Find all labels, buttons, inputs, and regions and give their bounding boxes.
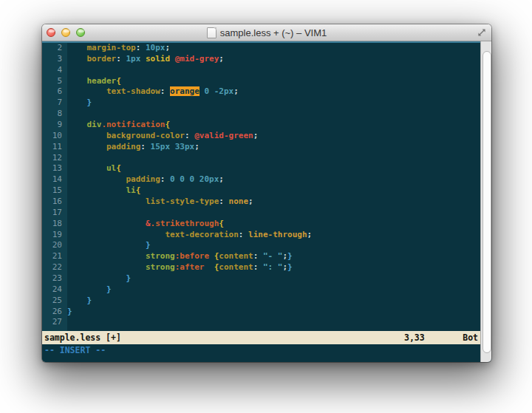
line-number: 27 [42, 317, 67, 328]
code-line[interactable]: 10 background-color: @valid-green; [42, 131, 480, 142]
code-text: background-color: @valid-green; [67, 131, 480, 142]
document-icon [207, 27, 216, 38]
code-line[interactable]: 11 padding: 15px 33px; [42, 142, 480, 153]
code-line[interactable]: 21 strong:before {content: "- ";} [42, 251, 480, 262]
close-button[interactable] [47, 28, 55, 37]
code-line[interactable]: 17 [42, 208, 480, 219]
code-line[interactable]: 27 [42, 317, 480, 328]
code-line[interactable]: 24 } [42, 284, 480, 296]
code-text: header{ [67, 76, 480, 87]
code-text: text-decoration: line-through; [67, 230, 480, 241]
window-controls [47, 24, 85, 41]
code-line[interactable]: 26} [42, 307, 480, 318]
code-text: strong:before {content: "- ";} [67, 251, 480, 262]
code-line[interactable]: 8 [42, 109, 480, 120]
code-text [67, 153, 480, 164]
code-text: border: 1px solid @mid-grey; [67, 54, 480, 65]
line-number: 4 [42, 65, 67, 76]
code-text: } [67, 284, 480, 296]
line-number: 8 [42, 109, 67, 120]
code-text [67, 317, 480, 328]
line-number: 22 [42, 262, 67, 273]
code-line[interactable]: 16 list-style-type: none; [42, 197, 480, 208]
code-line[interactable]: 14 padding: 0 0 0 20px; [42, 174, 480, 185]
desktop: sample.less + (~) – VIM1 2 margin-top: 1… [0, 0, 532, 413]
line-number: 21 [42, 251, 67, 262]
vim-window: sample.less + (~) – VIM1 2 margin-top: 1… [42, 24, 491, 362]
title-group: sample.less + (~) – VIM1 [207, 27, 327, 38]
line-number: 20 [42, 240, 67, 251]
status-position: Bot [463, 331, 478, 344]
code-line[interactable]: 20 } [42, 240, 480, 251]
line-number: 7 [42, 98, 67, 109]
code-text: } [67, 296, 480, 307]
code-line[interactable]: 15 li{ [42, 185, 480, 197]
code-text: padding: 0 0 0 20px; [67, 174, 480, 185]
code-text: div.notification{ [67, 120, 480, 131]
code-line[interactable]: 7 } [42, 98, 480, 109]
code-lines[interactable]: 2 margin-top: 10px;3 border: 1px solid @… [42, 43, 480, 331]
title-bar[interactable]: sample.less + (~) – VIM1 [42, 24, 491, 41]
code-line[interactable]: 12 [42, 153, 480, 164]
line-number: 3 [42, 54, 67, 65]
window-title: sample.less + (~) – VIM1 [220, 27, 327, 38]
code-text: strong:after {content: ": ";} [67, 262, 480, 273]
code-text: margin-top: 10px; [67, 43, 480, 54]
line-number: 9 [42, 120, 67, 131]
code-line[interactable]: 23 } [42, 273, 480, 284]
code-line[interactable]: 18 &.strikethrough{ [42, 219, 480, 230]
code-line[interactable]: 13 ul{ [42, 163, 480, 174]
code-line[interactable]: 3 border: 1px solid @mid-grey; [42, 54, 480, 65]
code-line[interactable]: 22 strong:after {content: ": ";} [42, 262, 480, 273]
scrollbar[interactable] [480, 41, 491, 362]
status-filename: sample.less [+] [44, 331, 121, 344]
code-text [67, 208, 480, 219]
line-number: 17 [42, 208, 67, 219]
line-number: 5 [42, 76, 67, 87]
scrollbar-thumb[interactable] [482, 51, 491, 353]
line-number: 25 [42, 296, 67, 307]
line-number: 26 [42, 307, 67, 318]
line-number: 10 [42, 131, 67, 142]
code-text: padding: 15px 33px; [67, 142, 480, 153]
line-number: 15 [42, 185, 67, 197]
code-line[interactable]: 19 text-decoration: line-through; [42, 230, 480, 241]
status-ruler: 3,33 [404, 331, 425, 344]
code-text [67, 65, 480, 76]
code-text: } [67, 307, 480, 318]
code-line[interactable]: 2 margin-top: 10px; [42, 43, 480, 54]
line-number: 6 [42, 86, 67, 98]
zoom-button[interactable] [76, 28, 85, 37]
status-bar: sample.less [+] 3,33 Bot [42, 331, 480, 344]
line-number: 2 [42, 43, 67, 54]
line-number: 18 [42, 219, 67, 230]
code-line[interactable]: 9 div.notification{ [42, 120, 480, 131]
code-line[interactable]: 4 [42, 65, 480, 76]
editor-area: 2 margin-top: 10px;3 border: 1px solid @… [42, 41, 491, 362]
code-text: list-style-type: none; [67, 197, 480, 208]
code-line[interactable]: 25 } [42, 296, 480, 307]
line-number: 23 [42, 273, 67, 284]
code-text: } [67, 98, 480, 109]
code-text: text-shadow: orange 0 -2px; [67, 86, 480, 98]
line-number: 11 [42, 142, 67, 153]
code-line[interactable]: 6 text-shadow: orange 0 -2px; [42, 86, 480, 98]
code-text: } [67, 240, 480, 251]
insert-mode-indicator: -- INSERT -- [44, 345, 106, 355]
code-text: ul{ [67, 163, 480, 174]
code-text: } [67, 273, 480, 284]
code-text: &.strikethrough{ [67, 219, 480, 230]
code-line[interactable]: 5 header{ [42, 76, 480, 87]
code-text [67, 109, 480, 120]
code-text: li{ [67, 185, 480, 197]
fullscreen-icon[interactable] [477, 28, 486, 37]
minimize-button[interactable] [61, 28, 70, 37]
line-number: 24 [42, 284, 67, 296]
line-number: 19 [42, 230, 67, 241]
line-number: 16 [42, 197, 67, 208]
line-number: 14 [42, 174, 67, 185]
line-number: 12 [42, 153, 67, 164]
command-line: -- INSERT -- [42, 344, 480, 362]
line-number: 13 [42, 163, 67, 174]
